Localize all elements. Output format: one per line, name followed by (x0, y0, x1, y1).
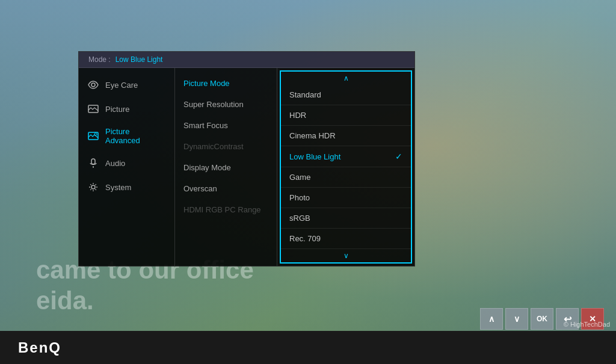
dropdown-item-rec709[interactable]: Rec. 709 (281, 229, 411, 249)
dropdown-item-rec709-label: Rec. 709 (289, 234, 321, 243)
osd-title-bar: Mode : Low Blue Light (79, 52, 414, 68)
nav-item-picture-label: Picture (105, 105, 129, 114)
osd-submenu: Picture ModeSuper ResolutionSmart FocusD… (175, 68, 277, 266)
ok-button[interactable]: OK (531, 308, 553, 330)
osd-title-label: Mode : (88, 55, 111, 64)
svg-point-3 (94, 133, 97, 135)
nav-item-picture[interactable]: Picture (79, 97, 174, 121)
osd-dropdown: ∧ StandardHDRCinema HDRLow Blue Light✓Ga… (280, 70, 412, 264)
eye-care-icon (87, 79, 99, 91)
submenu-item-smart-focus[interactable]: Smart Focus (175, 115, 277, 136)
nav-item-picture-advanced[interactable]: Picture Advanced (79, 121, 174, 151)
svg-point-0 (91, 83, 95, 87)
picture-advanced-icon (87, 130, 99, 142)
submenu-item-overscan[interactable]: Overscan (175, 178, 277, 199)
nav-item-audio-label: Audio (105, 159, 125, 168)
picture-icon (87, 103, 99, 115)
nav-down-button[interactable]: ∨ (505, 308, 528, 330)
dropdown-item-srgb[interactable]: sRGB (281, 208, 411, 229)
dropdown-item-standard[interactable]: Standard (281, 85, 411, 105)
brand-bar: BenQ (0, 331, 616, 364)
dropdown-item-photo-label: Photo (289, 193, 310, 202)
nav-item-eye-care[interactable]: Eye Care (79, 73, 174, 97)
brand-logo: BenQ (18, 339, 61, 356)
selected-checkmark-icon: ✓ (395, 152, 402, 161)
monitor-screen: came to our office eida. Mode : Low Blue… (0, 0, 616, 364)
nav-item-system[interactable]: System (79, 175, 174, 199)
dropdown-item-low-blue-light-label: Low Blue Light (289, 152, 340, 161)
dropdown-item-cinema-hdr-label: Cinema HDR (289, 131, 336, 140)
dropdown-item-cinema-hdr[interactable]: Cinema HDR (281, 126, 411, 146)
submenu-item-hdmi-rgb: HDMI RGB PC Range (175, 199, 277, 220)
dropdown-item-game-label: Game (289, 173, 310, 182)
system-icon (87, 181, 99, 193)
dropdown-item-game[interactable]: Game (281, 167, 411, 188)
submenu-item-dynamic-contrast: DynamicContrast (175, 136, 277, 157)
nav-up-button[interactable]: ∧ (480, 308, 503, 330)
dropdown-item-srgb-label: sRGB (289, 214, 310, 223)
dropdown-item-hdr[interactable]: HDR (281, 105, 411, 126)
dropdown-item-low-blue-light[interactable]: Low Blue Light✓ (281, 146, 411, 167)
dropdown-item-hdr-label: HDR (289, 111, 306, 120)
osd-nav: Eye CarePicturePicture AdvancedAudioSyst… (79, 68, 175, 266)
dropdown-item-standard-label: Standard (289, 90, 321, 99)
dropdown-arrow-up-icon[interactable]: ∧ (281, 72, 411, 85)
nav-item-system-label: System (105, 183, 131, 192)
submenu-item-super-resolution[interactable]: Super Resolution (175, 94, 277, 115)
osd-body: Eye CarePicturePicture AdvancedAudioSyst… (79, 68, 414, 266)
audio-icon (87, 157, 99, 169)
dropdown-arrow-down-icon[interactable]: ∨ (281, 249, 411, 262)
osd-menu: Mode : Low Blue Light Eye CarePicturePic… (78, 51, 415, 267)
submenu-item-picture-mode[interactable]: Picture Mode (175, 73, 277, 94)
nav-item-picture-advanced-label: Picture Advanced (105, 127, 166, 145)
osd-title-value: Low Blue Light (116, 55, 163, 64)
nav-item-audio[interactable]: Audio (79, 151, 174, 175)
svg-point-6 (91, 185, 95, 189)
submenu-item-display-mode[interactable]: Display Mode (175, 157, 277, 178)
dropdown-item-photo[interactable]: Photo (281, 188, 411, 208)
svg-rect-4 (91, 159, 95, 164)
copyright-text: © HighTechDad (564, 321, 610, 328)
nav-item-eye-care-label: Eye Care (105, 81, 138, 90)
